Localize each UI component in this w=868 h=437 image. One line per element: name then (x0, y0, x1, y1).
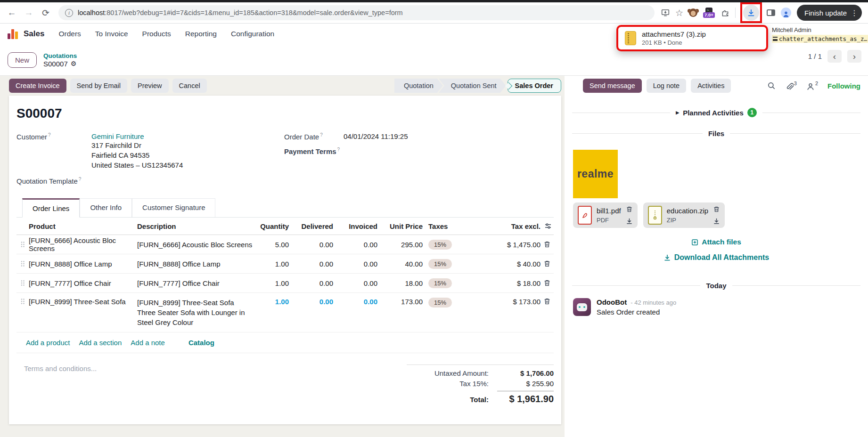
cell-product: [FURN_8999] Three-Seat Sofa (29, 298, 137, 306)
delete-attachment-icon[interactable] (626, 206, 633, 213)
terms-placeholder[interactable]: Terms and conditions... (16, 364, 97, 407)
finish-update-button[interactable]: Finish update ⋮ (797, 5, 862, 21)
search-icon[interactable] (767, 81, 776, 90)
pager-count: 1 / 1 (808, 52, 822, 60)
downloads-icon[interactable] (743, 5, 759, 21)
attach-files-link[interactable]: Attach files (565, 238, 868, 246)
tab-other-info[interactable]: Other Info (80, 198, 132, 217)
breadcrumb-quotations[interactable]: Quotations (43, 52, 77, 59)
header-description[interactable]: Description (137, 222, 259, 230)
catalog-link[interactable]: Catalog (188, 339, 214, 347)
delete-row-icon[interactable] (543, 298, 551, 305)
download-popup[interactable]: attachments7 (3).zip 201 KB • Done (616, 25, 768, 51)
overlay-username: Mitchell Admin (772, 26, 868, 33)
add-section-link[interactable]: Add a section (79, 339, 122, 347)
download-icon (663, 254, 671, 261)
send-by-email-button[interactable]: Send by Email (70, 79, 128, 93)
download-filename[interactable]: attachments7 (3).zip (642, 30, 706, 38)
browser-menu-icon[interactable]: ⋮ (851, 8, 858, 17)
chatter-message[interactable]: OdooBot - 42 minutes ago Sales Order cre… (573, 298, 868, 316)
monkey-extension-icon[interactable] (689, 8, 697, 17)
header-taxes[interactable]: Taxes (423, 222, 466, 230)
add-note-link[interactable]: Add a note (131, 339, 165, 347)
url-text[interactable]: localhost:8017/web?debug=1#id=7&cids=1&m… (78, 9, 403, 16)
header-invoiced[interactable]: Invoiced (333, 222, 377, 230)
delete-row-icon[interactable] (543, 260, 551, 267)
download-all-attachments-link[interactable]: Download All Attachments (565, 253, 868, 262)
delete-attachment-icon[interactable] (713, 206, 720, 213)
install-icon[interactable] (661, 8, 670, 17)
drag-handle-icon[interactable] (16, 241, 29, 248)
header-product[interactable]: Product (29, 222, 137, 230)
app-brand[interactable]: Sales (8, 29, 44, 39)
pager-prev-icon[interactable]: ‹ (827, 50, 842, 63)
customer-link[interactable]: Gemini Furniture (91, 132, 183, 140)
planned-activities-divider[interactable]: ▶ Planned Activities 1 (572, 108, 860, 117)
status-quotation[interactable]: Quotation (394, 79, 443, 93)
tab-order-lines[interactable]: Order Lines (22, 198, 80, 218)
message-author[interactable]: OdooBot (597, 298, 627, 306)
menu-orders[interactable]: Orders (58, 30, 81, 38)
drag-handle-icon[interactable] (16, 279, 29, 287)
tax-pill[interactable]: 15% (428, 259, 452, 269)
add-product-link[interactable]: Add a product (26, 339, 70, 347)
drag-handle-icon[interactable] (16, 298, 29, 305)
header-quantity[interactable]: Quantity (259, 222, 289, 230)
download-attachment-icon[interactable] (713, 218, 720, 225)
send-message-button[interactable]: Send message (583, 79, 642, 93)
profile-avatar[interactable] (781, 8, 791, 18)
app-name: Sales (24, 29, 44, 39)
drag-handle-icon[interactable] (16, 260, 29, 267)
attachments-counter[interactable]: 3 (785, 81, 797, 90)
menu-configuration[interactable]: Configuration (231, 30, 274, 38)
header-unit-price[interactable]: Unit Price (377, 222, 423, 230)
optional-columns-icon[interactable] (544, 222, 552, 230)
menu-to-invoice[interactable]: To Invoice (95, 30, 128, 38)
pager-next-icon[interactable]: › (847, 50, 861, 63)
order-date-label: Order Date? (284, 132, 344, 141)
order-line-row[interactable]: [FURN_6666] Acoustic Bloc Screens [FURN_… (16, 235, 554, 254)
order-line-row[interactable]: [FURN_8888] Office Lamp [FURN_8888] Offi… (16, 254, 554, 274)
order-line-row[interactable]: [FURN_8999] Three-Seat Sofa [FURN_8999] … (16, 293, 554, 332)
attachment-image-realme[interactable]: realme (573, 150, 618, 198)
preview-button[interactable]: Preview (131, 79, 169, 93)
forward-icon[interactable]: → (22, 6, 36, 20)
followers-counter[interactable]: 2 (806, 81, 818, 90)
attachment-name: bill1.pdf (597, 207, 621, 215)
order-date-value[interactable]: 04/01/2024 11:19:25 (344, 132, 408, 141)
following-toggle[interactable]: Following (827, 82, 860, 90)
delete-row-icon[interactable] (543, 279, 551, 287)
header-delivered[interactable]: Delivered (289, 222, 333, 230)
tab-customer-signature[interactable]: Customer Signature (132, 198, 215, 217)
order-line-row[interactable]: [FURN_7777] Office Chair [FURN_7777] Off… (16, 274, 554, 293)
gear-icon[interactable]: ⚙ (71, 60, 77, 67)
back-icon[interactable]: ← (5, 6, 19, 20)
status-sales-order[interactable]: Sales Order (508, 79, 561, 93)
cancel-button[interactable]: Cancel (172, 79, 207, 93)
attachment-card-zip[interactable]: education.zip ZIP (643, 202, 725, 228)
url-bar[interactable]: i localhost:8017/web?debug=1#id=7&cids=1… (58, 5, 655, 20)
header-tax-excl[interactable]: Tax excl. (466, 222, 540, 230)
devtools-extension-icon[interactable]: >_ 7.0+ (703, 8, 715, 18)
cell-subtotal: $ 18.00 (466, 279, 540, 287)
activities-button[interactable]: Activities (691, 79, 731, 93)
extensions-puzzle-icon[interactable] (721, 8, 729, 17)
download-attachment-icon[interactable] (626, 218, 633, 225)
new-button[interactable]: New (8, 52, 37, 68)
create-invoice-button[interactable]: Create Invoice (9, 79, 66, 93)
reload-icon[interactable]: ⟳ (39, 6, 53, 20)
form-view: Create Invoice Send by Email Preview Can… (0, 76, 565, 437)
menu-products[interactable]: Products (142, 30, 171, 38)
tax-pill[interactable]: 15% (428, 240, 452, 250)
attachment-type: ZIP (667, 217, 708, 224)
tax-pill[interactable]: 15% (428, 298, 452, 308)
status-quotation-sent[interactable]: Quotation Sent (439, 79, 506, 93)
log-note-button[interactable]: Log note (647, 79, 686, 93)
bookmark-star-icon[interactable]: ☆ (675, 8, 683, 17)
site-info-icon[interactable]: i (65, 9, 73, 17)
menu-reporting[interactable]: Reporting (185, 30, 217, 38)
side-panel-icon[interactable] (767, 9, 775, 16)
attachment-card-pdf[interactable]: bill1.pdf PDF (573, 202, 638, 228)
tax-pill[interactable]: 15% (428, 278, 452, 288)
delete-row-icon[interactable] (543, 241, 551, 248)
